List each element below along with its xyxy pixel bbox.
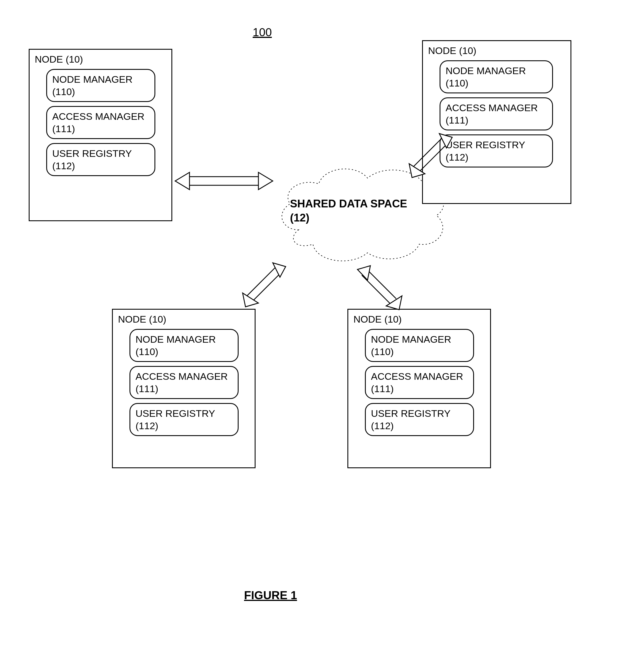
- component-label-line1: NODE MANAGER: [446, 65, 526, 76]
- double-arrow-bottom-left: [230, 250, 293, 313]
- node-title: NODE (10): [35, 54, 171, 65]
- component-label-line1: ACCESS MANAGER: [52, 111, 144, 122]
- figure-caption: FIGURE 1: [244, 589, 297, 602]
- svg-line-6: [368, 270, 396, 299]
- component-label-line1: NODE MANAGER: [52, 74, 133, 85]
- component-label-line2: (110): [52, 86, 75, 97]
- component-user-registry: USER REGISTRY (112): [130, 403, 239, 436]
- component-label-line2: (112): [371, 420, 394, 431]
- svg-line-7: [362, 275, 390, 304]
- component-user-registry: USER REGISTRY (112): [46, 143, 155, 176]
- svg-line-2: [413, 138, 442, 167]
- component-label-line2: (110): [446, 78, 468, 89]
- component-label-line1: USER REGISTRY: [371, 408, 450, 419]
- component-node-manager: NODE MANAGER (110): [46, 69, 155, 102]
- component-label-line1: USER REGISTRY: [136, 408, 215, 419]
- component-access-manager: ACCESS MANAGER (111): [130, 366, 239, 399]
- component-label-line1: NODE MANAGER: [371, 334, 451, 345]
- diagram-canvas: 100 SHARED DATA SPACE (12) NODE (10) NOD…: [0, 0, 644, 665]
- component-node-manager: NODE MANAGER (110): [440, 60, 553, 93]
- component-label-line2: (112): [136, 420, 158, 431]
- node-box-bottom-right: NODE (10) NODE MANAGER (110) ACCESS MANA…: [347, 309, 491, 468]
- component-user-registry: USER REGISTRY (112): [365, 403, 474, 436]
- component-label-line2: (110): [136, 346, 158, 357]
- component-node-manager: NODE MANAGER (110): [365, 329, 474, 362]
- cloud-label-line1: SHARED DATA SPACE: [290, 197, 407, 211]
- component-label-line1: USER REGISTRY: [52, 148, 132, 159]
- component-label-line2: (111): [136, 383, 158, 394]
- node-box-top-left: NODE (10) NODE MANAGER (110) ACCESS MANA…: [29, 49, 172, 221]
- component-label-line2: (111): [371, 383, 394, 394]
- reference-number: 100: [253, 26, 272, 39]
- node-title: NODE (10): [118, 314, 255, 325]
- cloud-label: SHARED DATA SPACE (12): [290, 197, 407, 225]
- svg-line-4: [247, 267, 276, 296]
- node-box-top-right: NODE (10) NODE MANAGER (110) ACCESS MANA…: [422, 40, 571, 204]
- component-label-line1: ACCESS MANAGER: [136, 371, 228, 382]
- component-label-line2: (112): [52, 160, 75, 171]
- double-arrow-top-left: [172, 164, 278, 198]
- component-label-line1: NODE MANAGER: [136, 334, 216, 345]
- svg-line-3: [419, 143, 448, 172]
- double-arrow-top-right: [396, 124, 460, 178]
- svg-line-5: [253, 272, 281, 301]
- node-box-bottom-left: NODE (10) NODE MANAGER (110) ACCESS MANA…: [112, 309, 256, 468]
- cloud-label-line2: (12): [290, 211, 407, 225]
- component-access-manager: ACCESS MANAGER (111): [365, 366, 474, 399]
- component-label-line2: (110): [371, 346, 394, 357]
- component-node-manager: NODE MANAGER (110): [130, 329, 239, 362]
- component-access-manager: ACCESS MANAGER (111): [46, 106, 155, 139]
- double-arrow-bottom-right: [350, 253, 413, 316]
- component-label-line2: (111): [52, 123, 75, 134]
- component-label-line1: ACCESS MANAGER: [446, 102, 538, 113]
- component-label-line1: ACCESS MANAGER: [371, 371, 463, 382]
- node-title: NODE (10): [428, 45, 570, 56]
